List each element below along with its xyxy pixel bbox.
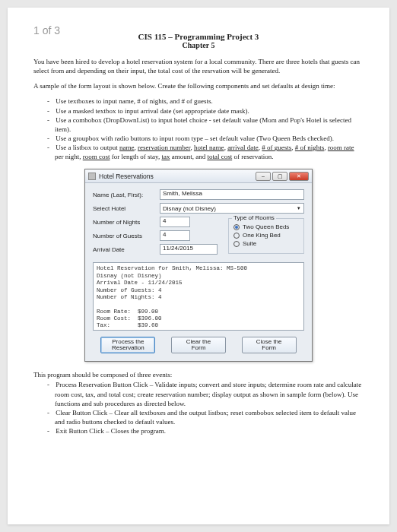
name-label: Name (Last, First): — [93, 192, 160, 198]
guests-input[interactable]: 4 — [160, 230, 190, 241]
close-button[interactable]: ✕ — [289, 172, 309, 181]
hotel-selected: Disnay (not Disney) — [163, 205, 216, 212]
close-form-button[interactable]: Close theForm — [242, 337, 297, 353]
requirements-list: Use textboxes to input name, # of nights… — [33, 97, 364, 161]
room-type-label: Type of Rooms — [232, 214, 276, 221]
chevron-down-icon: ▾ — [294, 204, 303, 213]
radio-icon — [233, 233, 240, 239]
page-indicator: 1 of 3 — [33, 24, 60, 36]
clear-button[interactable]: Clear theForm — [171, 337, 226, 353]
app-icon — [88, 173, 96, 180]
window-title: Hotel Reservations — [99, 173, 256, 180]
req-item: Use textboxes to input name, # of nights… — [41, 97, 364, 106]
output-listbox[interactable]: Hotel Reservation for Smith, Melissa: MS… — [93, 262, 304, 331]
req-item: Use a combobox (DropDownList) to input h… — [41, 116, 364, 134]
nights-input[interactable]: 4 — [160, 217, 190, 227]
events-lead: This program should be composed of three… — [33, 371, 364, 378]
event-item: Clear Button Click – Clear all textboxes… — [41, 408, 364, 426]
form-window: Hotel Reservations – ▢ ✕ Name (Last, Fir… — [84, 169, 313, 362]
radio-one-king[interactable]: One King Bed — [233, 232, 299, 239]
hotel-label: Select Hotel — [93, 205, 160, 212]
name-input[interactable]: Smith, Melissa — [160, 189, 304, 200]
sample-lead: A sample of the form layout is shown bel… — [33, 81, 364, 90]
room-type-group: Type of Rooms Two Queen Beds One King Be… — [228, 218, 304, 254]
radio-suite[interactable]: Suite — [233, 240, 299, 247]
req-item: Use a groupbox with radio buttons to inp… — [41, 134, 364, 143]
intro-paragraph: You have been hired to develop a hotel r… — [33, 57, 364, 75]
guests-label: Number of Guests — [93, 233, 160, 239]
hotel-combobox[interactable]: Disnay (not Disney) ▾ — [160, 203, 304, 214]
minimize-button[interactable]: – — [256, 172, 271, 181]
process-button[interactable]: Process theReservation — [100, 337, 155, 353]
arrival-input[interactable]: 11/24/2015 — [160, 244, 218, 255]
radio-icon — [233, 241, 240, 247]
event-item: Process Reservation Button Click – Valid… — [41, 380, 364, 407]
radio-two-queen[interactable]: Two Queen Beds — [233, 223, 299, 230]
req-item: Use a listbox to output name, reservatio… — [41, 143, 364, 161]
radio-icon — [233, 224, 240, 230]
title-bar: Hotel Reservations – ▢ ✕ — [85, 169, 312, 183]
nights-label: Number of Nights — [93, 219, 160, 226]
event-item: Exit Button Click – Closes the program. — [41, 426, 364, 435]
doc-subtitle: Chapter 5 — [33, 41, 364, 49]
doc-title: CIS 115 – Programming Project 3 — [33, 32, 364, 41]
maximize-button[interactable]: ▢ — [272, 172, 287, 181]
req-item: Use a masked textbox to input arrival da… — [41, 106, 364, 116]
arrival-label: Arrival Date — [93, 246, 160, 253]
events-list: Process Reservation Button Click – Valid… — [33, 380, 364, 435]
